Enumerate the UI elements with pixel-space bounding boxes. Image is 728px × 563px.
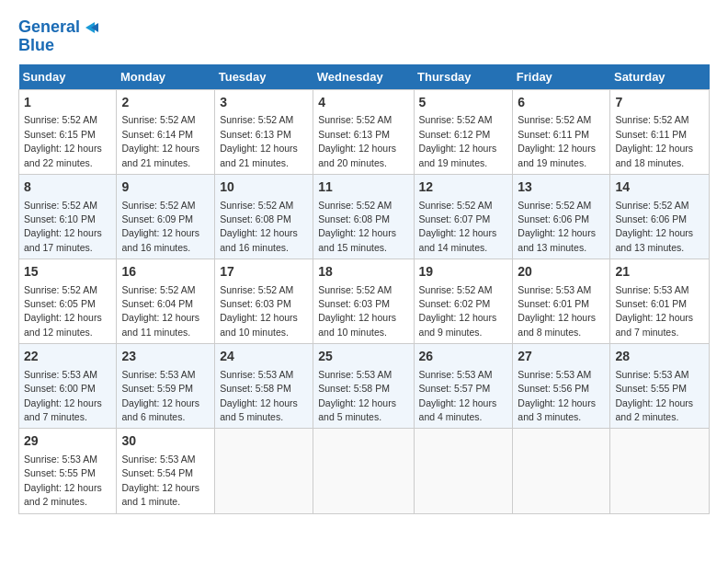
calendar-cell: 4 Sunrise: 5:52 AM Sunset: 6:13 PM Dayli… <box>313 89 414 174</box>
day-number: 17 <box>220 263 308 282</box>
day-info: Sunrise: 5:52 AM Sunset: 6:08 PM Dayligh… <box>318 200 396 253</box>
calendar-cell: 18 Sunrise: 5:52 AM Sunset: 6:03 PM Dayl… <box>313 259 414 344</box>
day-number: 9 <box>121 178 210 197</box>
day-info: Sunrise: 5:52 AM Sunset: 6:15 PM Dayligh… <box>24 114 102 167</box>
day-number: 21 <box>615 263 704 282</box>
day-number: 26 <box>419 348 508 366</box>
day-info: Sunrise: 5:52 AM Sunset: 6:13 PM Dayligh… <box>318 114 396 167</box>
day-info: Sunrise: 5:52 AM Sunset: 6:13 PM Dayligh… <box>220 114 298 167</box>
calendar-cell <box>414 429 513 513</box>
day-number: 1 <box>24 94 111 112</box>
calendar-cell: 22 Sunrise: 5:53 AM Sunset: 6:00 PM Dayl… <box>19 344 117 429</box>
calendar-cell: 12 Sunrise: 5:52 AM Sunset: 6:07 PM Dayl… <box>414 174 513 259</box>
day-info: Sunrise: 5:53 AM Sunset: 5:58 PM Dayligh… <box>220 369 298 422</box>
day-info: Sunrise: 5:52 AM Sunset: 6:08 PM Dayligh… <box>220 200 298 253</box>
calendar-cell: 29 Sunrise: 5:53 AM Sunset: 5:55 PM Dayl… <box>19 429 117 513</box>
day-info: Sunrise: 5:53 AM Sunset: 5:55 PM Dayligh… <box>24 454 102 507</box>
calendar-cell: 26 Sunrise: 5:53 AM Sunset: 5:57 PM Dayl… <box>414 344 513 429</box>
calendar-cell: 1 Sunrise: 5:52 AM Sunset: 6:15 PM Dayli… <box>19 89 117 174</box>
calendar-cell <box>215 429 313 513</box>
day-info: Sunrise: 5:52 AM Sunset: 6:11 PM Dayligh… <box>518 114 596 167</box>
calendar-week-row: 15 Sunrise: 5:52 AM Sunset: 6:05 PM Dayl… <box>19 259 710 344</box>
day-info: Sunrise: 5:53 AM Sunset: 5:56 PM Dayligh… <box>518 369 596 422</box>
header-tuesday: Tuesday <box>215 64 313 90</box>
calendar-cell <box>313 429 414 513</box>
calendar-cell: 27 Sunrise: 5:53 AM Sunset: 5:56 PM Dayl… <box>513 344 610 429</box>
calendar-cell: 5 Sunrise: 5:52 AM Sunset: 6:12 PM Dayli… <box>414 89 513 174</box>
day-number: 10 <box>220 178 308 197</box>
day-info: Sunrise: 5:52 AM Sunset: 6:02 PM Dayligh… <box>419 284 497 338</box>
day-number: 3 <box>220 94 308 112</box>
header-thursday: Thursday <box>414 64 513 90</box>
calendar-table: Sunday Monday Tuesday Wednesday Thursday… <box>18 64 710 514</box>
day-number: 2 <box>121 94 210 112</box>
day-info: Sunrise: 5:52 AM Sunset: 6:03 PM Dayligh… <box>318 284 396 338</box>
day-number: 16 <box>121 263 210 282</box>
day-number: 13 <box>518 178 605 197</box>
day-number: 8 <box>24 178 111 197</box>
day-info: Sunrise: 5:53 AM Sunset: 6:01 PM Dayligh… <box>615 284 693 338</box>
calendar-cell: 3 Sunrise: 5:52 AM Sunset: 6:13 PM Dayli… <box>215 89 313 174</box>
header-sunday: Sunday <box>19 64 117 90</box>
calendar-cell: 24 Sunrise: 5:53 AM Sunset: 5:58 PM Dayl… <box>215 344 313 429</box>
calendar-cell: 7 Sunrise: 5:52 AM Sunset: 6:11 PM Dayli… <box>610 89 710 174</box>
calendar-cell: 8 Sunrise: 5:52 AM Sunset: 6:10 PM Dayli… <box>19 174 117 259</box>
calendar-week-row: 8 Sunrise: 5:52 AM Sunset: 6:10 PM Dayli… <box>19 174 710 259</box>
logo: General Blue <box>18 18 100 55</box>
day-number: 29 <box>24 432 111 451</box>
calendar-cell: 14 Sunrise: 5:52 AM Sunset: 6:06 PM Dayl… <box>610 174 710 259</box>
calendar-cell: 2 Sunrise: 5:52 AM Sunset: 6:14 PM Dayli… <box>117 89 215 174</box>
calendar-cell: 21 Sunrise: 5:53 AM Sunset: 6:01 PM Dayl… <box>610 259 710 344</box>
calendar-week-row: 1 Sunrise: 5:52 AM Sunset: 6:15 PM Dayli… <box>19 89 710 174</box>
day-number: 20 <box>518 263 605 282</box>
day-info: Sunrise: 5:52 AM Sunset: 6:04 PM Dayligh… <box>121 284 199 338</box>
day-number: 24 <box>220 348 308 366</box>
day-info: Sunrise: 5:52 AM Sunset: 6:06 PM Dayligh… <box>615 200 693 253</box>
page-header: General Blue <box>18 18 710 55</box>
day-info: Sunrise: 5:52 AM Sunset: 6:05 PM Dayligh… <box>24 284 102 338</box>
calendar-week-row: 22 Sunrise: 5:53 AM Sunset: 6:00 PM Dayl… <box>19 344 710 429</box>
day-info: Sunrise: 5:52 AM Sunset: 6:07 PM Dayligh… <box>419 200 497 253</box>
day-number: 30 <box>121 432 210 451</box>
calendar-cell: 13 Sunrise: 5:52 AM Sunset: 6:06 PM Dayl… <box>513 174 610 259</box>
day-number: 6 <box>518 94 605 112</box>
day-number: 5 <box>419 94 508 112</box>
day-info: Sunrise: 5:53 AM Sunset: 6:01 PM Dayligh… <box>518 284 596 338</box>
calendar-cell: 20 Sunrise: 5:53 AM Sunset: 6:01 PM Dayl… <box>513 259 610 344</box>
day-number: 11 <box>318 178 408 197</box>
header-wednesday: Wednesday <box>313 64 414 90</box>
calendar-cell: 6 Sunrise: 5:52 AM Sunset: 6:11 PM Dayli… <box>513 89 610 174</box>
day-number: 19 <box>419 263 508 282</box>
calendar-cell: 10 Sunrise: 5:52 AM Sunset: 6:08 PM Dayl… <box>215 174 313 259</box>
day-info: Sunrise: 5:52 AM Sunset: 6:14 PM Dayligh… <box>121 114 199 167</box>
day-number: 7 <box>615 94 704 112</box>
calendar-cell <box>513 429 610 513</box>
day-info: Sunrise: 5:53 AM Sunset: 5:59 PM Dayligh… <box>121 369 199 422</box>
day-number: 18 <box>318 263 408 282</box>
calendar-cell: 25 Sunrise: 5:53 AM Sunset: 5:58 PM Dayl… <box>313 344 414 429</box>
calendar-cell: 19 Sunrise: 5:52 AM Sunset: 6:02 PM Dayl… <box>414 259 513 344</box>
calendar-week-row: 29 Sunrise: 5:53 AM Sunset: 5:55 PM Dayl… <box>19 429 710 513</box>
calendar-cell: 16 Sunrise: 5:52 AM Sunset: 6:04 PM Dayl… <box>117 259 215 344</box>
calendar-cell: 23 Sunrise: 5:53 AM Sunset: 5:59 PM Dayl… <box>117 344 215 429</box>
day-number: 14 <box>615 178 704 197</box>
day-info: Sunrise: 5:52 AM Sunset: 6:12 PM Dayligh… <box>419 114 497 167</box>
day-info: Sunrise: 5:53 AM Sunset: 6:00 PM Dayligh… <box>24 369 102 422</box>
day-info: Sunrise: 5:52 AM Sunset: 6:11 PM Dayligh… <box>615 114 693 167</box>
day-info: Sunrise: 5:53 AM Sunset: 5:58 PM Dayligh… <box>318 369 396 422</box>
day-number: 27 <box>518 348 605 366</box>
day-number: 23 <box>121 348 210 366</box>
day-info: Sunrise: 5:52 AM Sunset: 6:10 PM Dayligh… <box>24 200 102 253</box>
header-friday: Friday <box>513 64 610 90</box>
day-info: Sunrise: 5:52 AM Sunset: 6:09 PM Dayligh… <box>121 200 199 253</box>
day-number: 12 <box>419 178 508 197</box>
calendar-cell: 28 Sunrise: 5:53 AM Sunset: 5:55 PM Dayl… <box>610 344 710 429</box>
logo-arrow-icon <box>82 18 100 37</box>
day-number: 4 <box>318 94 408 112</box>
day-number: 25 <box>318 348 408 366</box>
header-monday: Monday <box>117 64 215 90</box>
header-saturday: Saturday <box>610 64 710 90</box>
calendar-cell: 15 Sunrise: 5:52 AM Sunset: 6:05 PM Dayl… <box>19 259 117 344</box>
day-number: 15 <box>24 263 111 282</box>
day-info: Sunrise: 5:53 AM Sunset: 5:55 PM Dayligh… <box>615 369 693 422</box>
